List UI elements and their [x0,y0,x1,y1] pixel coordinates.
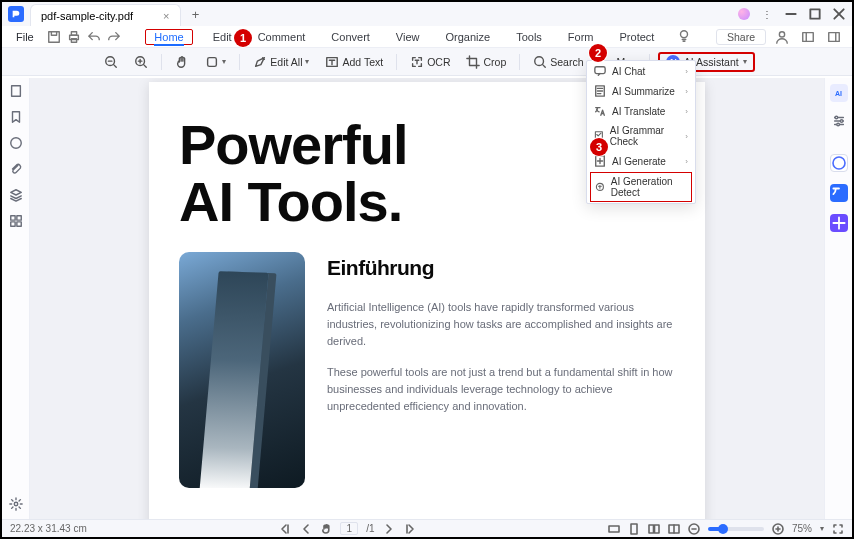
svg-point-30 [840,120,843,123]
file-menu[interactable]: File [10,29,40,45]
hand-pan-icon[interactable] [320,523,332,535]
section-heading: Einführung [327,252,675,285]
fullscreen-icon[interactable] [832,523,844,535]
fields-icon[interactable] [9,214,23,228]
app-icon [8,6,24,22]
new-tab-button[interactable]: + [187,5,205,23]
panel-right-icon[interactable] [827,30,841,44]
page-current[interactable]: 1 [340,522,358,535]
lightbulb-icon[interactable] [677,29,691,43]
ai-chat-item[interactable]: AI Chat› [587,61,695,81]
status-bar: 22.23 x 31.43 cm 1 /1 75%▾ [2,519,852,537]
shape-tool[interactable]: ▾ [200,53,231,71]
panel-left-icon[interactable] [801,30,815,44]
premium-icon[interactable] [738,8,750,20]
menu-convert[interactable]: Convert [325,29,376,45]
menu-form[interactable]: Form [562,29,600,45]
share-button[interactable]: Share [716,29,766,45]
doc-image [179,252,305,488]
menu-tools[interactable]: Tools [510,29,548,45]
zoom-out-button[interactable] [99,53,123,71]
svg-rect-1 [48,31,59,42]
svg-point-28 [14,502,18,506]
hand-tool[interactable] [170,53,194,71]
step-badge-1: 1 [234,29,252,47]
settings-icon[interactable] [9,497,23,511]
tab-title: pdf-sample-city.pdf [41,10,133,22]
ai-panel-icon[interactable] [830,84,848,102]
page-total: /1 [366,523,374,534]
main-menu: Home Edit Comment Convert View Organize … [124,29,716,45]
right-sidebar [824,78,852,519]
svg-rect-3 [71,31,76,35]
menubar: File Home Edit Comment Convert View Orga… [2,26,852,48]
next-page-icon[interactable] [383,523,395,535]
svg-rect-33 [609,526,619,532]
comments-icon[interactable] [9,136,23,150]
menu-comment[interactable]: Comment [252,29,312,45]
ocr-button[interactable]: OCR [405,53,455,71]
fit-width-icon[interactable] [608,523,620,535]
document-canvas[interactable]: PowerfulAI Tools. Einführung Artificial … [30,78,824,519]
ai-generation-detect-item[interactable]: AI Generation Detect [590,172,692,202]
svg-rect-36 [655,525,660,533]
layers-icon[interactable] [9,188,23,202]
attachments-icon[interactable] [9,162,23,176]
zoom-slider[interactable] [708,527,764,531]
left-sidebar [2,78,30,519]
close-window-button[interactable] [832,7,846,21]
svg-point-31 [836,123,839,126]
minimize-button[interactable] [784,7,798,21]
single-page-icon[interactable] [628,523,640,535]
last-page-icon[interactable] [403,523,415,535]
ai-chat-panel-icon[interactable] [830,154,848,172]
thumbnails-icon[interactable] [9,84,23,98]
crop-button[interactable]: Crop [461,53,511,71]
bookmark-icon[interactable] [9,110,23,124]
enhance-panel-icon[interactable] [830,214,848,232]
user-icon[interactable] [775,30,789,44]
zoom-in-button[interactable] [129,53,153,71]
two-page-icon[interactable] [648,523,660,535]
svg-point-29 [835,116,838,119]
doc-paragraph-2: These powerful tools are not just a tren… [327,364,675,415]
first-page-icon[interactable] [280,523,292,535]
svg-rect-11 [208,57,217,66]
titlebar: pdf-sample-city.pdf × + ⋮ [2,2,852,26]
toolbar: ▾ Edit All▾ Add Text OCR Crop Search M… … [2,48,852,76]
add-text-button[interactable]: Add Text [320,53,388,71]
prev-page-icon[interactable] [300,523,312,535]
ai-translate-item[interactable]: AI Translate› [587,101,695,121]
more-icon[interactable]: ⋮ [760,7,774,21]
maximize-button[interactable] [808,7,822,21]
save-icon[interactable] [47,30,61,44]
svg-rect-22 [11,86,20,97]
menu-protect[interactable]: Protect [614,29,661,45]
close-tab-icon[interactable]: × [163,10,169,22]
zoom-level[interactable]: 75% [792,523,812,534]
svg-rect-27 [16,222,20,226]
svg-point-32 [833,157,845,169]
print-icon[interactable] [67,30,81,44]
edit-all-button[interactable]: Edit All▾ [248,53,314,71]
step-badge-2: 2 [589,44,607,62]
read-mode-icon[interactable] [668,523,680,535]
redo-icon[interactable] [107,30,121,44]
menu-home[interactable]: Home [145,29,192,45]
document-tab[interactable]: pdf-sample-city.pdf × [30,4,181,26]
translate-panel-icon[interactable] [830,184,848,202]
sliders-icon[interactable] [832,114,846,128]
zoom-in-status-icon[interactable] [772,523,784,535]
menu-view[interactable]: View [390,29,426,45]
workspace: PowerfulAI Tools. Einführung Artificial … [2,78,852,519]
ai-summarize-item[interactable]: AI Summarize› [587,81,695,101]
menu-organize[interactable]: Organize [440,29,497,45]
menu-edit[interactable]: Edit [207,29,238,45]
ai-assistant-dropdown: AI Chat› AI Summarize› AI Translate› AI … [586,60,696,204]
undo-icon[interactable] [87,30,101,44]
search-button[interactable]: Search [528,53,588,71]
svg-rect-34 [631,524,637,534]
svg-rect-8 [829,32,840,41]
zoom-out-status-icon[interactable] [688,523,700,535]
svg-rect-35 [649,525,654,533]
